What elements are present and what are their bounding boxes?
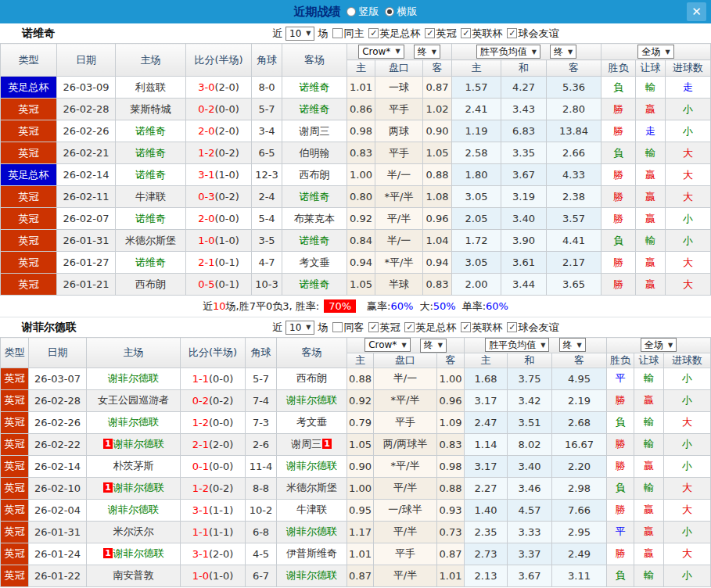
layout-option-vertical[interactable]: 竖版 xyxy=(347,5,379,19)
same-venue-checkbox[interactable] xyxy=(332,28,343,38)
outcome-result: 負 xyxy=(607,565,634,586)
europe-home-odds: 3.17 xyxy=(465,389,508,411)
match-date: 26-01-24 xyxy=(29,543,87,565)
europe-away-odds: 16.67 xyxy=(552,433,607,455)
league-badge: 英冠 xyxy=(1,252,57,274)
europe-odds-select[interactable]: 胜平负均值 ▼ xyxy=(485,338,549,352)
outcome-result: 勝 xyxy=(601,186,636,208)
europe-odds-select[interactable]: 胜平负均值 ▼ xyxy=(476,45,540,59)
europe-draw-odds: 3.40 xyxy=(501,208,547,230)
competition-checkbox[interactable]: ✓ xyxy=(404,322,415,332)
home-team: 谢菲尔德联 xyxy=(87,411,181,433)
corners-cell: 4-5 xyxy=(246,543,277,565)
scope-select[interactable]: 全场 ▼ xyxy=(637,45,673,59)
europe-odds-controls: 胜平负均值 ▼ 终 ▼ xyxy=(452,44,601,60)
outcome-result: 負 xyxy=(601,230,636,252)
outcome-result: 勝 xyxy=(601,208,636,230)
score-cell: 3-1(1-0) xyxy=(186,164,252,186)
handicap-result: 贏 xyxy=(634,455,664,477)
europe-away-odds: 3.57 xyxy=(547,208,601,230)
competition-label: 英联杯 xyxy=(472,27,502,41)
check-icon: ✓ xyxy=(370,322,377,332)
page-title: 近期战绩 xyxy=(294,5,341,20)
scope-select[interactable]: 全场 ▼ xyxy=(641,338,677,352)
col-home: 主场 xyxy=(116,44,186,77)
col-away: 客场 xyxy=(282,44,347,77)
competition-checkbox[interactable]: ✓ xyxy=(507,322,517,332)
asia-away-odds: 0.98 xyxy=(437,455,465,477)
asia-away-odds: 0.94 xyxy=(423,252,452,274)
goals-result: 小 xyxy=(666,208,711,230)
handicap-result: 輸 xyxy=(636,142,666,164)
europe-home-odds: 1.57 xyxy=(452,77,501,99)
home-team: 西布朗 xyxy=(116,274,186,296)
col-eu-draw: 和 xyxy=(508,353,552,368)
asia-home-odds: 0.90 xyxy=(347,455,374,477)
match-count-select[interactable]: 10 ▼ xyxy=(285,27,314,41)
europe-stage-select[interactable]: 终 ▼ xyxy=(559,338,586,352)
competition-checkbox[interactable]: ✓ xyxy=(425,28,435,38)
goals-result: 大 xyxy=(666,186,711,208)
asia-away-odds: 0.90 xyxy=(423,120,452,142)
match-date: 26-02-10 xyxy=(29,477,87,499)
bookmaker-select[interactable]: Crow* ▼ xyxy=(358,45,404,59)
competition-label: 英联杯 xyxy=(472,321,502,335)
europe-draw-odds: 3.67 xyxy=(501,164,547,186)
same-venue-checkbox[interactable] xyxy=(332,322,343,332)
bookmaker-select[interactable]: Crow* ▼ xyxy=(364,338,410,352)
score-cell: 0-2(0-0) xyxy=(186,99,252,120)
competition-checkbox[interactable]: ✓ xyxy=(368,322,379,332)
col-date: 日期 xyxy=(29,338,87,368)
europe-home-odds: 2.00 xyxy=(452,274,501,296)
asia-handicap: *平/半 xyxy=(375,186,423,208)
competition-label: 英足总杯 xyxy=(379,27,420,41)
match-date: 26-01-31 xyxy=(29,521,87,543)
europe-stage-select[interactable]: 终 ▼ xyxy=(550,45,576,59)
competition-checkbox[interactable]: ✓ xyxy=(368,28,379,38)
asia-home-odds: 0.92 xyxy=(347,208,375,230)
layout-option-horizontal[interactable]: 横版 xyxy=(385,5,418,19)
handicap-result: 贏 xyxy=(634,543,664,565)
match-row: 英冠26-02-101谢菲尔德联1-2(0-2)8-8米德尔斯堡1.00平/半0… xyxy=(1,477,711,499)
corners-cell: 10-2 xyxy=(246,499,277,521)
close-button[interactable]: ✕ xyxy=(687,2,706,21)
scope-value: 全场 xyxy=(641,45,660,59)
corners-cell: 5-7 xyxy=(252,99,282,120)
stats-summary: 近10场,胜7平0负3, 胜率: 70% 赢率:60% 大:50% 单率:60% xyxy=(0,296,711,317)
away-team: 谢菲尔德联 xyxy=(277,565,347,586)
asia-stage-select[interactable]: 终 ▼ xyxy=(420,339,447,353)
away-team: 诺维奇 xyxy=(282,77,347,99)
col-away: 客场 xyxy=(277,338,347,368)
europe-away-odds: 13.84 xyxy=(547,120,601,142)
competition-checkbox[interactable]: ✓ xyxy=(461,322,471,332)
asia-stage-value: 终 xyxy=(418,45,427,59)
asia-handicap: 平/半 xyxy=(374,565,437,586)
asia-stage-select[interactable]: 终 ▼ xyxy=(414,45,440,59)
asia-away-odds: 0.87 xyxy=(437,543,465,565)
chevron-down-icon: ▼ xyxy=(540,342,545,349)
europe-away-odds: 7.66 xyxy=(552,499,607,521)
match-count-select[interactable]: 10 ▼ xyxy=(285,321,314,335)
league-badge: 英冠 xyxy=(1,208,57,230)
corners-cell: 6-7 xyxy=(246,565,277,586)
goals-result: 小 xyxy=(664,455,711,477)
col-goals: 进球数 xyxy=(666,60,711,77)
goals-result: 小 xyxy=(664,368,711,389)
handicap-result: 輸 xyxy=(634,433,664,455)
europe-home-odds: 2.73 xyxy=(465,543,508,565)
league-badge: 英冠 xyxy=(1,499,29,521)
red-card-badge: 1 xyxy=(103,482,113,493)
competition-checkbox[interactable]: ✓ xyxy=(461,28,471,38)
europe-draw-odds: 4.57 xyxy=(508,499,552,521)
asia-handicap: 一球 xyxy=(375,77,423,99)
home-team: 谢菲尔德联 xyxy=(87,368,181,389)
away-team: 伊普斯维奇 xyxy=(277,543,347,565)
col-handicap-result: 让球 xyxy=(636,60,666,77)
competition-checkbox[interactable]: ✓ xyxy=(507,28,517,38)
away-team: 谢菲尔德联 xyxy=(277,455,347,477)
europe-home-odds: 3.17 xyxy=(465,455,508,477)
goals-result: 大 xyxy=(664,543,711,565)
goals-result: 小 xyxy=(664,389,711,411)
asia-away-odds: 0.83 xyxy=(423,274,452,296)
goals-result: 大 xyxy=(666,164,711,186)
